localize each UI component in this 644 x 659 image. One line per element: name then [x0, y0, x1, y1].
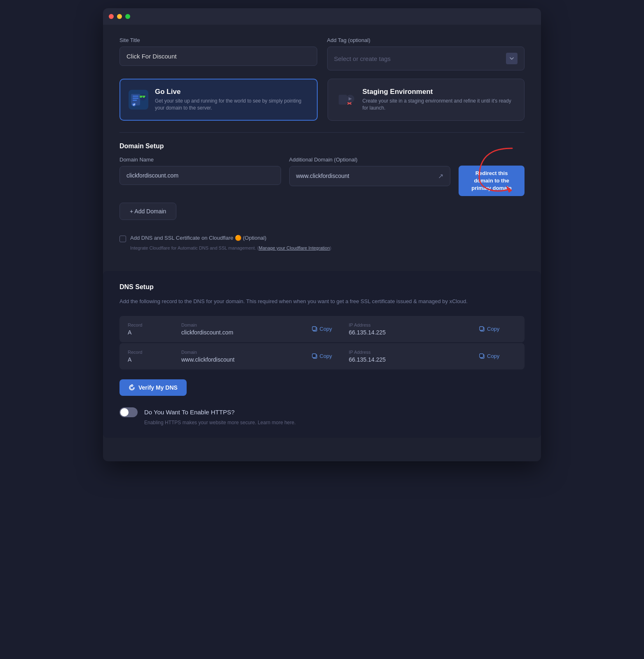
domain-name-input[interactable]: clickfordiscount.com	[119, 166, 281, 185]
main-window: Site Title Add Tag (optional) Select or …	[103, 8, 541, 461]
https-label: Do You Want To Enable HTTPS?	[144, 409, 234, 416]
dns-domain-col-1: Domain clickfordiscount.com	[181, 322, 312, 336]
svg-rect-20	[480, 354, 483, 358]
divider	[119, 132, 525, 133]
verify-btn-label: Verify My DNS	[138, 384, 178, 391]
dns-copy-domain-2: Copy	[312, 353, 349, 359]
dns-record-value-1: A	[128, 329, 181, 336]
cloudflare-label-text: Add DNS and SSL Certificate on Cloudflar…	[130, 235, 267, 241]
tag-placeholder: Select or create tags	[334, 55, 391, 62]
svg-rect-3	[133, 98, 138, 99]
dns-table-2: Record A Domain www.clickfordiscount Cop…	[119, 343, 525, 369]
dns-section: DNS Setup Add the following record to th…	[103, 271, 541, 438]
dns-desc: Add the following record to the DNS for …	[119, 297, 525, 306]
dns-table-1: Record A Domain clickfordiscount.com Cop…	[119, 316, 525, 342]
dns-record-col-1: Record A	[128, 322, 181, 336]
dns-record-col-2: Record A	[128, 350, 181, 363]
redirect-btn[interactable]: Redirect this domain to the primary doma…	[459, 166, 525, 196]
dns-copy-ip-1: Copy	[479, 326, 516, 332]
dropdown-icon[interactable]	[506, 53, 518, 64]
site-title-input[interactable]	[119, 47, 317, 66]
svg-point-8	[132, 103, 136, 106]
svg-rect-16	[480, 327, 483, 330]
go-live-info: Go Live Get your site up and running for…	[155, 88, 309, 112]
https-toggle[interactable]	[119, 407, 138, 417]
additional-domain-label: Additional Domain (Optional)	[289, 157, 451, 163]
maximize-dot[interactable]	[125, 14, 130, 19]
copy-domain-btn-1[interactable]: Copy	[312, 326, 332, 332]
domain-name-label: Domain Name	[119, 157, 281, 163]
titlebar	[103, 8, 541, 25]
go-live-card[interactable]: Go Live Get your site up and running for…	[119, 79, 318, 121]
toggle-knob	[120, 408, 129, 416]
dns-domain-label-1: Domain	[181, 322, 312, 327]
domain-name-value: clickfordiscount.com	[126, 172, 178, 179]
dns-ip-col-2: IP Address 66.135.14.225	[349, 350, 480, 363]
dns-domain-value-2: www.clickfordiscount	[181, 356, 312, 363]
dns-row-1: Record A Domain clickfordiscount.com Cop…	[119, 316, 525, 342]
dns-row-2: Record A Domain www.clickfordiscount Cop…	[119, 343, 525, 369]
dns-copy-ip-2: Copy	[479, 353, 516, 359]
additional-domain-col: Additional Domain (Optional) www.clickfo…	[289, 157, 451, 186]
staging-card[interactable]: Staging Environment Create your site in …	[328, 79, 525, 121]
dns-record-value-2: A	[128, 356, 181, 363]
svg-rect-18	[312, 354, 316, 358]
staging-desc: Create your site in a staging environmen…	[363, 98, 516, 112]
verify-dns-btn[interactable]: Verify My DNS	[119, 379, 187, 396]
domain-setup-title: Domain Setup	[119, 143, 525, 150]
copy-icon-2	[312, 353, 318, 359]
copy-icon-1	[312, 326, 318, 332]
minimize-dot[interactable]	[117, 14, 122, 19]
dns-domain-col-2: Domain www.clickfordiscount	[181, 350, 312, 363]
dns-ip-label-2: IP Address	[349, 350, 480, 355]
dns-domain-label-2: Domain	[181, 350, 312, 355]
copy-icon-ip-2	[479, 353, 485, 359]
staging-info: Staging Environment Create your site in …	[363, 88, 516, 112]
staging-icon	[336, 90, 356, 110]
external-link-icon[interactable]: ↗	[438, 172, 443, 180]
card-row: Go Live Get your site up and running for…	[119, 79, 525, 121]
dns-copy-domain-1: Copy	[312, 326, 349, 332]
main-content: Site Title Add Tag (optional) Select or …	[103, 25, 541, 271]
add-domain-wrapper: + Add Domain	[119, 203, 525, 228]
copy-ip-btn-2[interactable]: Copy	[479, 353, 499, 359]
go-live-title: Go Live	[155, 88, 309, 96]
go-live-icon	[129, 90, 148, 110]
domain-name-col: Domain Name clickfordiscount.com	[119, 157, 281, 185]
dns-record-label-2: Record	[128, 350, 181, 355]
copy-icon-ip-1	[479, 326, 485, 332]
tag-select[interactable]: Select or create tags	[327, 47, 525, 70]
add-tag-label: Add Tag (optional)	[327, 37, 525, 43]
site-title-row: Site Title Add Tag (optional) Select or …	[119, 37, 525, 70]
copy-domain-label-1: Copy	[320, 326, 332, 332]
additional-domain-value: www.clickfordiscount	[296, 173, 349, 179]
site-title-label: Site Title	[119, 37, 317, 43]
copy-domain-btn-2[interactable]: Copy	[312, 353, 332, 359]
add-domain-btn[interactable]: + Add Domain	[119, 203, 176, 220]
copy-domain-label-2: Copy	[320, 353, 332, 359]
go-live-desc: Get your site up and running for the wor…	[155, 98, 309, 112]
svg-rect-2	[133, 96, 138, 97]
dns-record-label-1: Record	[128, 322, 181, 327]
dns-domain-value-1: clickfordiscount.com	[181, 329, 312, 336]
dns-ip-value-2: 66.135.14.225	[349, 356, 480, 363]
cloudflare-sub-text: Integrate Cloudflare for Automatic DNS a…	[130, 245, 256, 250]
copy-ip-btn-1[interactable]: Copy	[479, 326, 499, 332]
dns-setup-title: DNS Setup	[119, 283, 525, 291]
dns-ip-col-1: IP Address 66.135.14.225	[349, 322, 480, 336]
additional-domain-input[interactable]: www.clickfordiscount ↗	[289, 166, 451, 186]
svg-rect-14	[312, 327, 316, 330]
https-row: Do You Want To Enable HTTPS?	[119, 407, 525, 417]
add-tag-col: Add Tag (optional) Select or create tags	[327, 37, 525, 70]
cloudflare-checkbox[interactable]	[119, 236, 126, 242]
chevron-down-icon	[510, 57, 514, 60]
close-dot[interactable]	[109, 14, 114, 19]
https-sub: Enabling HTTPS makes your website more s…	[144, 420, 525, 425]
dns-ip-label-1: IP Address	[349, 322, 480, 327]
svg-rect-10	[339, 95, 347, 105]
cloudflare-link[interactable]: Manage your Cloudflare Integration	[259, 245, 330, 250]
site-title-col: Site Title	[119, 37, 317, 70]
refresh-icon	[129, 384, 135, 391]
staging-title: Staging Environment	[363, 88, 516, 96]
domain-section: Domain Name clickfordiscount.com Additio…	[119, 157, 525, 196]
